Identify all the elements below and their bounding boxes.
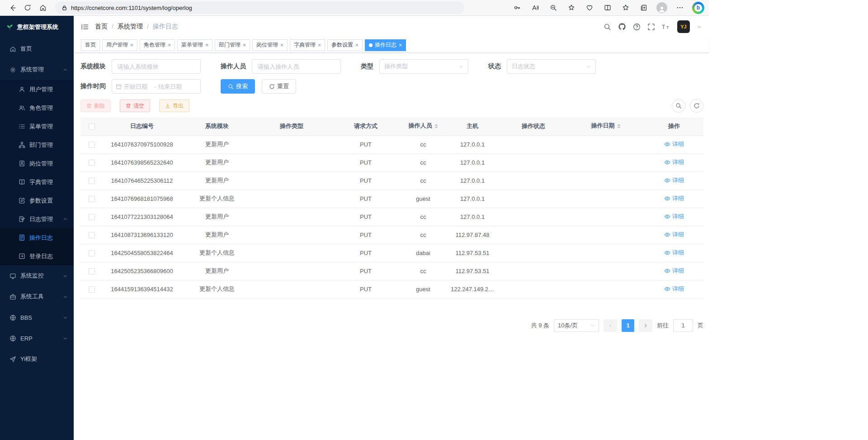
sidebar-item-department-management[interactable]: 部门管理 bbox=[0, 136, 74, 154]
row-checkbox[interactable] bbox=[89, 196, 95, 202]
detail-link[interactable]: 详细 bbox=[664, 231, 684, 239]
read-aloud-button[interactable] bbox=[528, 1, 543, 14]
sidebar-item-bbs[interactable]: BBS bbox=[0, 307, 74, 328]
tab-menu-management[interactable]: 菜单管理× bbox=[177, 39, 212, 51]
tab-operation-log[interactable]: 操作日志× bbox=[365, 39, 406, 51]
sidebar-item-post-management[interactable]: 岗位管理 bbox=[0, 154, 74, 173]
tab-role-management[interactable]: 角色管理× bbox=[140, 39, 175, 51]
sidebar-item-menu-management[interactable]: 菜单管理 bbox=[0, 117, 74, 136]
column-operator[interactable]: 操作人员 bbox=[401, 117, 445, 135]
tab-close-icon[interactable]: × bbox=[399, 43, 402, 48]
sidebar-item-operation-log[interactable]: 操作日志 bbox=[0, 228, 74, 247]
tab-close-icon[interactable]: × bbox=[130, 43, 133, 48]
clear-button[interactable]: 清空 bbox=[120, 99, 150, 112]
tab-home[interactable]: 首页 bbox=[81, 39, 100, 51]
reset-button[interactable]: 重置 bbox=[262, 79, 296, 94]
tab-close-icon[interactable]: × bbox=[205, 43, 208, 48]
browser-address-bar[interactable]: https://ccnetcore.com:1101/system/log/op… bbox=[55, 1, 464, 14]
detail-link[interactable]: 详细 bbox=[664, 158, 684, 166]
row-checkbox[interactable] bbox=[89, 178, 95, 184]
detail-link[interactable]: 详细 bbox=[664, 213, 684, 221]
type-select[interactable]: 操作类型 bbox=[379, 59, 468, 74]
tab-close-icon[interactable]: × bbox=[243, 43, 246, 48]
detail-link[interactable]: 详细 bbox=[664, 176, 684, 185]
tab-close-icon[interactable]: × bbox=[355, 43, 359, 48]
tab-post-management[interactable]: 岗位管理× bbox=[252, 39, 288, 51]
sidebar-item-system-monitoring[interactable]: 系统监控 bbox=[0, 265, 74, 286]
browser-home-button[interactable] bbox=[35, 1, 51, 14]
bing-copilot-button[interactable]: b bbox=[692, 2, 704, 14]
split-screen-button[interactable] bbox=[600, 1, 615, 14]
sort-icons[interactable] bbox=[617, 122, 621, 130]
collections-button[interactable] bbox=[636, 1, 651, 14]
tab-close-icon[interactable]: × bbox=[318, 43, 321, 48]
row-checkbox[interactable] bbox=[89, 214, 95, 220]
row-checkbox[interactable] bbox=[89, 142, 95, 148]
browser-more-button[interactable] bbox=[672, 1, 688, 14]
tab-close-icon[interactable]: × bbox=[280, 43, 283, 48]
page-number-1[interactable]: 1 bbox=[622, 319, 634, 332]
help-button[interactable] bbox=[633, 23, 641, 31]
detail-link[interactable]: 详细 bbox=[664, 267, 684, 275]
operator-input[interactable] bbox=[252, 59, 341, 74]
browser-refresh-button[interactable] bbox=[20, 1, 35, 14]
user-menu[interactable]: YJ bbox=[677, 20, 690, 33]
date-range-picker[interactable]: - bbox=[112, 79, 201, 94]
detail-link[interactable]: 详细 bbox=[664, 285, 684, 293]
header-search-button[interactable] bbox=[604, 23, 611, 31]
status-select[interactable]: 日志状态 bbox=[507, 59, 596, 74]
sidebar-item-system-tools[interactable]: 系统工具 bbox=[0, 286, 74, 307]
password-key-button[interactable] bbox=[509, 1, 525, 14]
browser-profile-button[interactable] bbox=[654, 1, 670, 14]
column-date[interactable]: 操作日期 bbox=[567, 117, 645, 135]
tab-parameter-settings[interactable]: 参数设置× bbox=[327, 39, 363, 51]
add-favorite-button[interactable] bbox=[564, 1, 579, 14]
sidebar-item-system-management[interactable]: 系统管理 bbox=[0, 59, 74, 80]
browser-essentials-button[interactable] bbox=[582, 1, 597, 14]
row-checkbox[interactable] bbox=[89, 160, 95, 166]
sidebar-toggle-button[interactable] bbox=[81, 23, 89, 31]
user-menu-caret[interactable] bbox=[697, 24, 702, 29]
module-input[interactable] bbox=[112, 59, 201, 74]
page-size-select[interactable]: 10条/页 bbox=[554, 319, 599, 332]
sidebar-item-user-management[interactable]: 用户管理 bbox=[0, 80, 74, 99]
row-checkbox[interactable] bbox=[89, 286, 95, 293]
search-button[interactable]: 搜索 bbox=[221, 79, 255, 94]
select-all-checkbox[interactable] bbox=[89, 123, 95, 130]
breadcrumb-home[interactable]: 首页 bbox=[95, 23, 108, 31]
sidebar-item-home[interactable]: 首页 bbox=[0, 38, 74, 59]
detail-link[interactable]: 详细 bbox=[664, 140, 684, 148]
fullscreen-button[interactable] bbox=[647, 23, 655, 31]
tab-dictionary-management[interactable]: 字典管理× bbox=[290, 39, 325, 51]
sidebar-item-log-management[interactable]: 日志管理 bbox=[0, 210, 74, 228]
sidebar-item-parameter-settings[interactable]: 参数设置 bbox=[0, 191, 74, 210]
detail-link[interactable]: 详细 bbox=[664, 249, 684, 257]
delete-button[interactable]: 删除 bbox=[80, 99, 111, 112]
browser-back-button[interactable] bbox=[5, 1, 20, 14]
sidebar-item-login-log[interactable]: 登录日志 bbox=[0, 247, 74, 265]
tab-user-management[interactable]: 用户管理× bbox=[102, 39, 137, 51]
tab-close-icon[interactable]: × bbox=[168, 43, 171, 48]
favorites-button[interactable] bbox=[618, 1, 633, 14]
tab-department-management[interactable]: 部门管理× bbox=[215, 39, 250, 51]
sidebar-item-erp[interactable]: ERP bbox=[0, 328, 74, 349]
breadcrumb-system[interactable]: 系统管理 bbox=[118, 23, 143, 31]
goto-page-input[interactable] bbox=[673, 319, 693, 332]
row-checkbox[interactable] bbox=[89, 232, 95, 238]
export-button[interactable]: 导出 bbox=[159, 99, 189, 112]
sidebar-item-yi-framework[interactable]: Yi框架 bbox=[0, 349, 74, 369]
sort-icons[interactable] bbox=[434, 122, 438, 130]
sidebar-item-role-management[interactable]: 角色管理 bbox=[0, 99, 74, 117]
toggle-search-button[interactable] bbox=[672, 99, 685, 113]
font-size-button[interactable]: TT bbox=[662, 23, 670, 31]
row-checkbox[interactable] bbox=[89, 268, 95, 274]
row-checkbox[interactable] bbox=[89, 250, 95, 256]
start-date-input[interactable] bbox=[124, 83, 152, 90]
detail-link[interactable]: 详细 bbox=[664, 194, 684, 203]
sidebar-item-dictionary-management[interactable]: 字典管理 bbox=[0, 173, 74, 191]
github-button[interactable] bbox=[618, 23, 626, 31]
end-date-input[interactable] bbox=[158, 83, 186, 90]
next-page-button[interactable] bbox=[639, 319, 652, 332]
prev-page-button[interactable] bbox=[604, 319, 617, 332]
refresh-table-button[interactable] bbox=[690, 99, 703, 113]
